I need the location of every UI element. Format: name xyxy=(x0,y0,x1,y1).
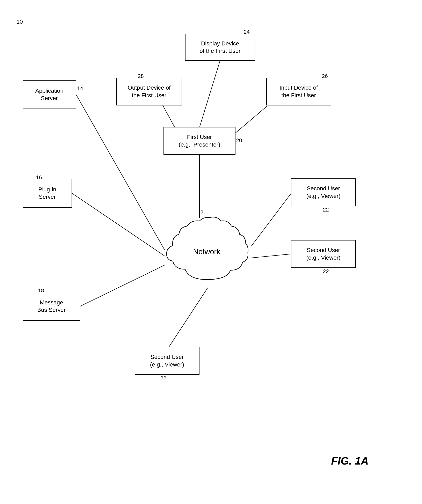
output-device-id: 28 xyxy=(138,73,144,79)
application-server-box: ApplicationServer xyxy=(23,80,76,109)
second-user-1-id: 22 xyxy=(323,207,329,213)
second-user-2-box: Second User(e.g., Viewer) xyxy=(291,240,356,268)
diagram: 10 ApplicationServer 14 Plug-inServer 16… xyxy=(0,0,422,504)
figure-label: FIG. 1A xyxy=(331,455,368,467)
svg-line-1 xyxy=(72,193,165,256)
second-user-3-label: Second User(e.g., Viewer) xyxy=(150,353,184,368)
main-label: 10 xyxy=(16,18,23,25)
output-device-box: Output Device ofthe First User xyxy=(116,78,182,105)
first-user-box: First User(e.g., Presenter) xyxy=(164,127,235,155)
first-user-label: First User(e.g., Presenter) xyxy=(179,133,220,148)
second-user-1-label: Second User(e.g., Viewer) xyxy=(306,185,341,200)
display-device-id: 24 xyxy=(244,29,250,35)
second-user-2-id: 22 xyxy=(323,268,329,275)
message-bus-server-id: 18 xyxy=(38,287,44,294)
plugin-server-id: 16 xyxy=(36,174,42,181)
second-user-1-box: Second User(e.g., Viewer) xyxy=(291,178,356,206)
input-device-id: 26 xyxy=(322,73,328,79)
display-device-label: Display Deviceof the First User xyxy=(200,40,240,55)
svg-line-7 xyxy=(200,61,220,127)
second-user-3-id: 22 xyxy=(160,375,166,382)
output-device-label: Output Device ofthe First User xyxy=(128,84,171,99)
svg-line-9 xyxy=(162,105,175,127)
svg-line-4 xyxy=(251,192,292,247)
svg-line-6 xyxy=(169,288,208,347)
plugin-server-box: Plug-inServer xyxy=(23,179,72,208)
application-server-id: 14 xyxy=(77,85,83,92)
input-device-box: Input Device ofthe First User xyxy=(266,78,331,105)
message-bus-server-label: MessageBus Server xyxy=(37,299,66,314)
svg-line-2 xyxy=(80,265,165,306)
application-server-label: ApplicationServer xyxy=(35,87,64,102)
plugin-server-label: Plug-inServer xyxy=(38,186,56,201)
network-cloud: Network xyxy=(162,214,251,290)
display-device-box: Display Deviceof the First User xyxy=(185,34,255,61)
svg-line-0 xyxy=(76,95,165,250)
network-label: Network xyxy=(193,247,220,256)
second-user-2-label: Second User(e.g., Viewer) xyxy=(306,246,341,261)
message-bus-server-box: MessageBus Server xyxy=(23,292,80,321)
first-user-id: 20 xyxy=(236,137,242,144)
input-device-label: Input Device ofthe First User xyxy=(280,84,318,99)
svg-line-5 xyxy=(251,254,292,258)
second-user-3-box: Second User(e.g., Viewer) xyxy=(135,347,200,375)
network-id: 12 xyxy=(197,209,203,216)
